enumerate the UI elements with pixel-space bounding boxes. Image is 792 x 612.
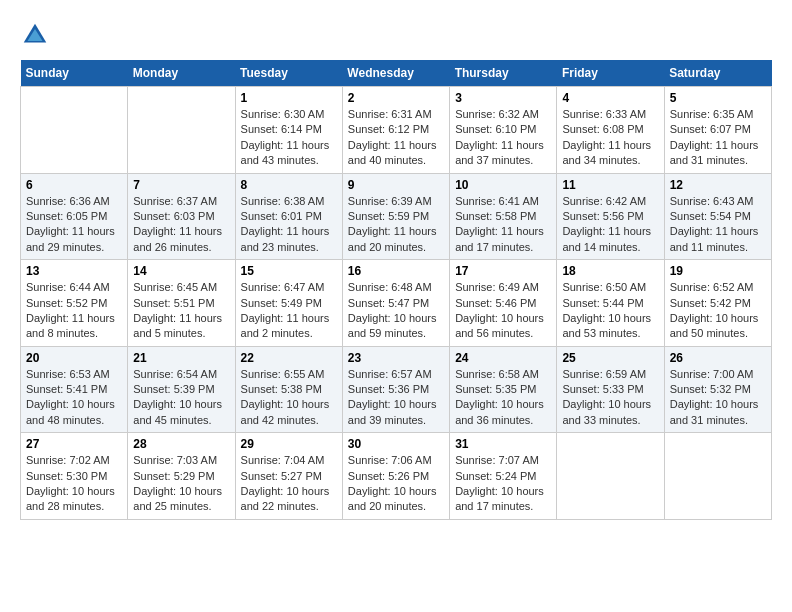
- calendar-day-cell: 4 Sunrise: 6:33 AM Sunset: 6:08 PM Dayli…: [557, 87, 664, 174]
- day-number: 21: [133, 351, 229, 365]
- daylight-text: Daylight: 10 hours and 50 minutes.: [670, 312, 759, 339]
- sunrise-text: Sunrise: 6:58 AM: [455, 368, 539, 380]
- sunrise-text: Sunrise: 6:41 AM: [455, 195, 539, 207]
- day-number: 2: [348, 91, 444, 105]
- day-number: 28: [133, 437, 229, 451]
- sunrise-text: Sunrise: 6:59 AM: [562, 368, 646, 380]
- calendar-day-cell: 9 Sunrise: 6:39 AM Sunset: 5:59 PM Dayli…: [342, 173, 449, 260]
- logo: [20, 20, 56, 50]
- day-info: Sunrise: 6:54 AM Sunset: 5:39 PM Dayligh…: [133, 367, 229, 429]
- day-info: Sunrise: 6:41 AM Sunset: 5:58 PM Dayligh…: [455, 194, 551, 256]
- sunset-text: Sunset: 6:05 PM: [26, 210, 107, 222]
- day-info: Sunrise: 6:32 AM Sunset: 6:10 PM Dayligh…: [455, 107, 551, 169]
- sunrise-text: Sunrise: 6:48 AM: [348, 281, 432, 293]
- day-number: 4: [562, 91, 658, 105]
- day-info: Sunrise: 6:35 AM Sunset: 6:07 PM Dayligh…: [670, 107, 766, 169]
- calendar-day-cell: 23 Sunrise: 6:57 AM Sunset: 5:36 PM Dayl…: [342, 346, 449, 433]
- day-number: 6: [26, 178, 122, 192]
- day-info: Sunrise: 7:06 AM Sunset: 5:26 PM Dayligh…: [348, 453, 444, 515]
- calendar-day-cell: 24 Sunrise: 6:58 AM Sunset: 5:35 PM Dayl…: [450, 346, 557, 433]
- day-number: 27: [26, 437, 122, 451]
- daylight-text: Daylight: 11 hours and 5 minutes.: [133, 312, 222, 339]
- sunrise-text: Sunrise: 6:57 AM: [348, 368, 432, 380]
- sunset-text: Sunset: 5:51 PM: [133, 297, 214, 309]
- day-number: 26: [670, 351, 766, 365]
- day-info: Sunrise: 7:00 AM Sunset: 5:32 PM Dayligh…: [670, 367, 766, 429]
- logo-icon: [20, 20, 50, 50]
- day-info: Sunrise: 6:47 AM Sunset: 5:49 PM Dayligh…: [241, 280, 337, 342]
- day-info: Sunrise: 6:48 AM Sunset: 5:47 PM Dayligh…: [348, 280, 444, 342]
- daylight-text: Daylight: 11 hours and 11 minutes.: [670, 225, 759, 252]
- sunrise-text: Sunrise: 6:35 AM: [670, 108, 754, 120]
- day-number: 30: [348, 437, 444, 451]
- sunrise-text: Sunrise: 6:33 AM: [562, 108, 646, 120]
- sunrise-text: Sunrise: 6:36 AM: [26, 195, 110, 207]
- calendar-week-row: 6 Sunrise: 6:36 AM Sunset: 6:05 PM Dayli…: [21, 173, 772, 260]
- sunrise-text: Sunrise: 6:53 AM: [26, 368, 110, 380]
- sunrise-text: Sunrise: 7:02 AM: [26, 454, 110, 466]
- day-info: Sunrise: 7:04 AM Sunset: 5:27 PM Dayligh…: [241, 453, 337, 515]
- daylight-text: Daylight: 10 hours and 42 minutes.: [241, 398, 330, 425]
- sunset-text: Sunset: 5:59 PM: [348, 210, 429, 222]
- day-number: 25: [562, 351, 658, 365]
- sunrise-text: Sunrise: 7:04 AM: [241, 454, 325, 466]
- calendar-day-cell: 21 Sunrise: 6:54 AM Sunset: 5:39 PM Dayl…: [128, 346, 235, 433]
- calendar-day-cell: 25 Sunrise: 6:59 AM Sunset: 5:33 PM Dayl…: [557, 346, 664, 433]
- daylight-text: Daylight: 10 hours and 31 minutes.: [670, 398, 759, 425]
- sunset-text: Sunset: 5:41 PM: [26, 383, 107, 395]
- sunrise-text: Sunrise: 6:47 AM: [241, 281, 325, 293]
- daylight-text: Daylight: 11 hours and 34 minutes.: [562, 139, 651, 166]
- daylight-text: Daylight: 10 hours and 20 minutes.: [348, 485, 437, 512]
- day-info: Sunrise: 7:03 AM Sunset: 5:29 PM Dayligh…: [133, 453, 229, 515]
- day-info: Sunrise: 6:44 AM Sunset: 5:52 PM Dayligh…: [26, 280, 122, 342]
- daylight-text: Daylight: 11 hours and 29 minutes.: [26, 225, 115, 252]
- day-of-week-header: Monday: [128, 60, 235, 87]
- day-info: Sunrise: 7:07 AM Sunset: 5:24 PM Dayligh…: [455, 453, 551, 515]
- day-info: Sunrise: 6:57 AM Sunset: 5:36 PM Dayligh…: [348, 367, 444, 429]
- daylight-text: Daylight: 10 hours and 39 minutes.: [348, 398, 437, 425]
- daylight-text: Daylight: 11 hours and 37 minutes.: [455, 139, 544, 166]
- daylight-text: Daylight: 11 hours and 20 minutes.: [348, 225, 437, 252]
- calendar-day-cell: 8 Sunrise: 6:38 AM Sunset: 6:01 PM Dayli…: [235, 173, 342, 260]
- sunset-text: Sunset: 6:08 PM: [562, 123, 643, 135]
- day-of-week-header: Friday: [557, 60, 664, 87]
- sunrise-text: Sunrise: 6:31 AM: [348, 108, 432, 120]
- day-number: 15: [241, 264, 337, 278]
- day-number: 13: [26, 264, 122, 278]
- calendar-day-cell: 29 Sunrise: 7:04 AM Sunset: 5:27 PM Dayl…: [235, 433, 342, 520]
- day-number: 14: [133, 264, 229, 278]
- sunrise-text: Sunrise: 6:44 AM: [26, 281, 110, 293]
- calendar-header: SundayMondayTuesdayWednesdayThursdayFrid…: [21, 60, 772, 87]
- day-info: Sunrise: 6:38 AM Sunset: 6:01 PM Dayligh…: [241, 194, 337, 256]
- day-number: 18: [562, 264, 658, 278]
- daylight-text: Daylight: 10 hours and 48 minutes.: [26, 398, 115, 425]
- sunrise-text: Sunrise: 6:38 AM: [241, 195, 325, 207]
- sunrise-text: Sunrise: 7:07 AM: [455, 454, 539, 466]
- sunset-text: Sunset: 5:35 PM: [455, 383, 536, 395]
- daylight-text: Daylight: 11 hours and 8 minutes.: [26, 312, 115, 339]
- sunset-text: Sunset: 5:36 PM: [348, 383, 429, 395]
- day-info: Sunrise: 6:36 AM Sunset: 6:05 PM Dayligh…: [26, 194, 122, 256]
- sunset-text: Sunset: 5:47 PM: [348, 297, 429, 309]
- sunset-text: Sunset: 5:38 PM: [241, 383, 322, 395]
- sunset-text: Sunset: 5:42 PM: [670, 297, 751, 309]
- sunset-text: Sunset: 5:58 PM: [455, 210, 536, 222]
- calendar-day-cell: 22 Sunrise: 6:55 AM Sunset: 5:38 PM Dayl…: [235, 346, 342, 433]
- calendar-day-cell: 30 Sunrise: 7:06 AM Sunset: 5:26 PM Dayl…: [342, 433, 449, 520]
- calendar-week-row: 20 Sunrise: 6:53 AM Sunset: 5:41 PM Dayl…: [21, 346, 772, 433]
- day-info: Sunrise: 6:30 AM Sunset: 6:14 PM Dayligh…: [241, 107, 337, 169]
- day-number: 10: [455, 178, 551, 192]
- calendar-day-cell: 26 Sunrise: 7:00 AM Sunset: 5:32 PM Dayl…: [664, 346, 771, 433]
- sunset-text: Sunset: 6:07 PM: [670, 123, 751, 135]
- day-number: 16: [348, 264, 444, 278]
- sunset-text: Sunset: 5:39 PM: [133, 383, 214, 395]
- day-info: Sunrise: 6:58 AM Sunset: 5:35 PM Dayligh…: [455, 367, 551, 429]
- daylight-text: Daylight: 11 hours and 23 minutes.: [241, 225, 330, 252]
- day-info: Sunrise: 6:33 AM Sunset: 6:08 PM Dayligh…: [562, 107, 658, 169]
- calendar-table: SundayMondayTuesdayWednesdayThursdayFrid…: [20, 60, 772, 520]
- daylight-text: Daylight: 10 hours and 33 minutes.: [562, 398, 651, 425]
- day-number: 22: [241, 351, 337, 365]
- daylight-text: Daylight: 11 hours and 26 minutes.: [133, 225, 222, 252]
- day-of-week-header: Thursday: [450, 60, 557, 87]
- calendar-day-cell: 17 Sunrise: 6:49 AM Sunset: 5:46 PM Dayl…: [450, 260, 557, 347]
